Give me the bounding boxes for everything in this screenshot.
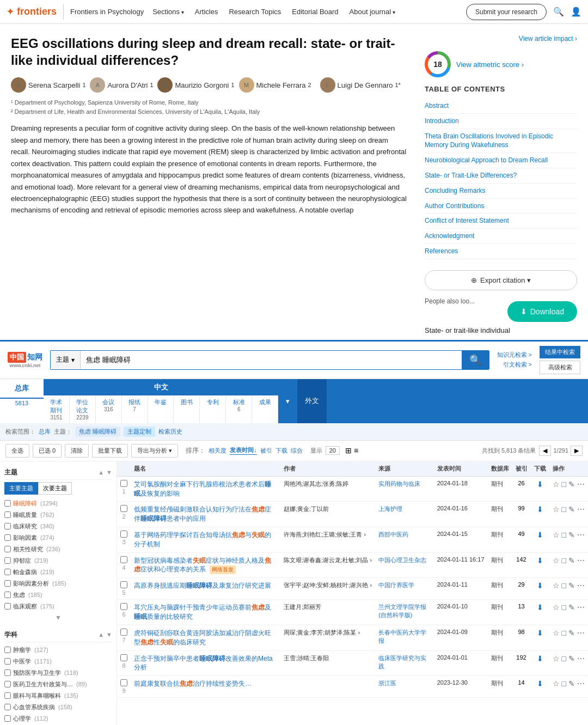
download-icon-6[interactable]: ⬇: [537, 629, 543, 637]
download-icon-3[interactable]: ⬇: [537, 556, 543, 565]
sub-subject-tab[interactable]: 次要主题: [38, 482, 72, 495]
cnki-advanced-search-button[interactable]: 高级检索: [540, 361, 580, 374]
cnki-expand-icon[interactable]: ▾: [278, 379, 297, 423]
subject-checkbox-2[interactable]: [4, 523, 11, 529]
cnki-tab-newspaper[interactable]: 报纸7: [122, 395, 148, 423]
toc-link-9[interactable]: References: [425, 247, 577, 256]
source-link-3[interactable]: 中国心理卫生杂志: [378, 557, 426, 563]
nav-articles[interactable]: Articles: [195, 8, 218, 16]
source-link-2[interactable]: 西部中医药: [378, 531, 408, 538]
row-checkbox-5[interactable]: [120, 603, 127, 610]
subject-checkbox-7[interactable]: [4, 580, 11, 587]
cnki-search-input[interactable]: [81, 351, 462, 369]
row-checkbox-1[interactable]: [120, 505, 127, 512]
share-btn-6[interactable]: □: [562, 629, 566, 637]
cite-btn-1[interactable]: ✎: [568, 505, 575, 514]
cnki-tab-results[interactable]: 成果: [252, 395, 278, 423]
sort-relevance[interactable]: 相关度: [209, 447, 226, 455]
save-btn-1[interactable]: ☆: [553, 505, 560, 514]
cite-btn-0[interactable]: ✎: [568, 480, 575, 489]
next-page-button[interactable]: ▶: [571, 446, 583, 456]
source-link-5[interactable]: 兰州文理学院学报(自然科学版): [378, 604, 426, 618]
nav-about-journal[interactable]: About journal: [350, 8, 395, 16]
sort-comprehensive[interactable]: 综合: [291, 447, 303, 455]
sort-download[interactable]: 下载: [275, 447, 287, 455]
cnki-tab-journal[interactable]: 学术期刊3151: [44, 395, 70, 423]
share-btn-8[interactable]: □: [562, 679, 566, 688]
discipline-sort-up-icon[interactable]: ▲: [98, 631, 104, 638]
more-btn-6[interactable]: ⋯: [577, 629, 585, 637]
more-btn-2[interactable]: ⋯: [577, 531, 585, 539]
discipline-checkbox-3[interactable]: [4, 681, 11, 687]
source-link-1[interactable]: 上海护理: [378, 505, 402, 512]
cite-btn-8[interactable]: ✎: [568, 679, 575, 688]
cite-btn-7[interactable]: ✎: [568, 654, 575, 663]
download-button[interactable]: ⬇ Download: [507, 301, 577, 322]
discipline-label-6[interactable]: 心理学: [13, 715, 31, 723]
search-icon[interactable]: 🔍: [553, 7, 564, 17]
download-icon-7[interactable]: ⬇: [537, 654, 543, 663]
title-link-4[interactable]: 高原养身脱逃应期睡眠障碍及康复治疗研究进展: [134, 582, 271, 589]
view-impact-link[interactable]: View article impact ›: [425, 35, 577, 42]
cnki-tab-patent[interactable]: 专利: [200, 395, 226, 423]
altmetric-link[interactable]: View altmetric score ›: [456, 60, 524, 69]
share-btn-0[interactable]: □: [562, 480, 566, 489]
cnki-tab-thesis[interactable]: 学位论文2239: [70, 395, 96, 423]
source-link-4[interactable]: 中国疗养医学: [378, 582, 414, 588]
main-subject-tab[interactable]: 主要主题: [4, 482, 38, 495]
more-btn-1[interactable]: ⋯: [577, 505, 585, 514]
row-checkbox-7[interactable]: [120, 654, 127, 661]
title-link-7[interactable]: 正念干预对脑卒中患者睡眠障碍改善效果的Meta分析: [134, 655, 273, 672]
cnki-extra-link-1[interactable]: 知识元检索 >: [497, 350, 532, 360]
subject-label-7[interactable]: 影响因素分析: [13, 580, 49, 588]
submit-research-button[interactable]: Submit your research: [466, 4, 547, 20]
user-icon[interactable]: 👤: [571, 7, 581, 17]
more-btn-8[interactable]: ⋯: [577, 679, 585, 688]
row-checkbox-6[interactable]: [120, 629, 127, 636]
source-link-8[interactable]: 浙江医: [378, 680, 396, 686]
batch-download-button[interactable]: 批量下载: [92, 444, 128, 458]
sort-date[interactable]: 发表时间↓: [230, 446, 257, 455]
save-btn-4[interactable]: ☆: [553, 581, 560, 590]
author-1[interactable]: S Serena Scarpelli1: [11, 77, 85, 93]
row-checkbox-3[interactable]: [120, 556, 127, 563]
cnki-tab-total-label[interactable]: 总库: [0, 379, 44, 399]
download-icon-5[interactable]: ⬇: [537, 603, 543, 612]
row-checkbox-0[interactable]: [120, 480, 127, 487]
subject-label-2[interactable]: 临床研究: [13, 522, 37, 531]
source-link-7[interactable]: 临床医学研究与实践: [378, 655, 426, 669]
toc-link-6[interactable]: Author Contributions: [425, 202, 577, 211]
cnki-tab-standard[interactable]: 标准6: [226, 395, 252, 423]
subject-label-6[interactable]: 帕金森病: [13, 568, 37, 576]
share-btn-5[interactable]: □: [562, 603, 566, 612]
discipline-checkbox-6[interactable]: [4, 715, 11, 722]
more-btn-4[interactable]: ⋯: [577, 581, 585, 590]
cite-btn-5[interactable]: ✎: [568, 603, 575, 612]
save-btn-5[interactable]: ☆: [553, 603, 560, 612]
author-4[interactable]: M Michele Ferrara2: [239, 77, 311, 93]
discipline-label-3[interactable]: 医药卫生方针政策与…: [13, 680, 73, 689]
title-link-6[interactable]: 虎符铜砭刮痧联合黄连阿胶汤加减治疗阴虚火旺型焦虑性失眠的临床研究: [134, 629, 271, 646]
title-link-0[interactable]: 艾司氯胺酮对全麻下行乳腺癌根治术患者术后睡眠及恢复的影响: [134, 480, 271, 497]
more-btn-7[interactable]: ⋯: [577, 654, 585, 663]
toc-link-0[interactable]: Abstract: [425, 101, 577, 111]
discipline-sort-down-icon[interactable]: ▼: [106, 631, 112, 638]
toc-link-1[interactable]: Introduction: [425, 117, 577, 126]
source-link-0[interactable]: 实用药物与临床: [378, 480, 420, 487]
nav-editorial-board[interactable]: Editorial Board: [292, 8, 338, 16]
share-btn-1[interactable]: □: [562, 505, 566, 514]
author-5[interactable]: L Luigi De Gennaro1*: [320, 77, 401, 93]
author-3[interactable]: M Maurizio Gorgoni1: [157, 77, 234, 93]
altmetric-badge[interactable]: 18: [425, 51, 451, 77]
subject-label-8[interactable]: 焦虑: [13, 591, 25, 599]
more-btn-3[interactable]: ⋯: [577, 556, 585, 565]
subject-label-0[interactable]: 睡眠障碍: [13, 499, 37, 508]
cite-btn-2[interactable]: ✎: [568, 531, 575, 539]
display-count[interactable]: 20: [326, 446, 340, 455]
discipline-checkbox-4[interactable]: [4, 692, 11, 699]
cnki-extra-link-2[interactable]: 引文检索 >: [497, 360, 532, 370]
title-link-2[interactable]: 基于网络药理学探讨百合知母汤抗焦虑与失眠的分子机制: [134, 531, 271, 548]
filter-custom-label[interactable]: 主题定制: [124, 427, 155, 437]
subject-checkbox-5[interactable]: [4, 557, 11, 564]
share-btn-2[interactable]: □: [562, 531, 566, 539]
